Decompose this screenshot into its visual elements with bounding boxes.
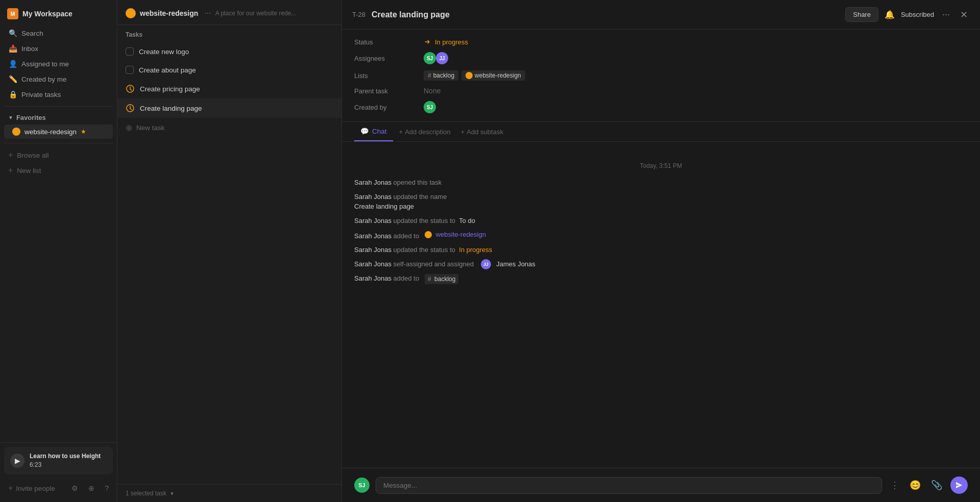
lists-field: Lists # backlog website-redesign [354,70,968,81]
activity-item-4: Sarah Jonas added to website-redesign [354,230,968,241]
invite-label: Invite people [16,485,55,492]
james-avatar: JJ [481,259,491,269]
task-checkbox-2[interactable] [126,66,134,74]
sidebar-bottom: ▶ Learn how to use Height 6:23 + Invite … [0,442,117,502]
sidebar-item-created[interactable]: ✏️ Created by me [4,71,113,87]
close-button[interactable]: ✕ [958,9,970,20]
plus-icon: + [8,150,13,160]
learn-duration: 6:23 [30,461,41,468]
learn-title: Learn how to use Height [30,452,101,461]
parent-task-label: Parent task [354,87,415,95]
learn-card[interactable]: ▶ Learn how to use Height 6:23 [4,447,113,474]
lists-value: # backlog website-redesign [424,70,525,81]
current-user-avatar: SJ [354,478,370,493]
browse-label: Browse all [17,152,48,159]
list-tag-backlog[interactable]: # backlog [424,70,458,81]
detail-more-button[interactable]: ··· [940,9,952,20]
list-tag-name2: website-redesign [475,72,521,79]
send-button[interactable] [950,476,968,494]
list-header: website-redesign ··· A place for our web… [117,0,341,25]
browse-all-button[interactable]: + Browse all [4,147,113,163]
created-icon: ✏️ [8,74,17,84]
created-by-label: Created by [354,104,415,111]
sidebar-item-search[interactable]: 🔍 Search [4,26,113,41]
list-panel: website-redesign ··· A place for our web… [117,0,342,502]
private-icon: 🔒 [8,90,17,99]
sidebar-nav: 🔍 Search 📥 Inbox 👤 Assigned to me ✏️ Cre… [0,23,117,180]
more-message-options[interactable]: ⋮ [888,478,901,493]
assigned-icon: 👤 [8,59,17,68]
creator-avatar: SJ [424,101,436,113]
new-task-button[interactable]: ⊕ New task [117,118,341,138]
tasks-section-header: Tasks [117,25,341,42]
status-text: In progress [435,38,468,46]
assignees-label: Assignees [354,55,415,62]
play-icon: ▶ [10,454,24,468]
sidebar-item-assigned[interactable]: 👤 Assigned to me [4,56,113,71]
task-fields: Status In progress Assignees SJ JJ Lists… [342,30,980,122]
assignees-field: Assignees SJ JJ [354,52,968,64]
message-input[interactable] [376,477,882,494]
list-description: A place for our website rede... [215,10,333,17]
task-name-4: Create landing page [140,105,202,112]
website-redesign-ref: website-redesign [425,230,486,240]
activity-item-6: Sarah Jonas self-assigned and assigned J… [354,259,968,270]
subscribed-badge[interactable]: Subscribed [901,11,934,18]
divider [4,106,113,107]
invite-people-button[interactable]: + Invite people [4,481,67,496]
status-label: Status [354,38,415,46]
list-title: website-redesign [140,9,198,17]
new-window-button[interactable]: ⊕ [84,481,99,495]
task-checkbox-1[interactable] [126,47,134,56]
status-value[interactable]: In progress [424,38,468,46]
search-icon: 🔍 [8,29,17,38]
hash-icon: # [428,72,431,79]
task-item-2[interactable]: Create about page [117,61,341,79]
emoji-button[interactable]: 😊 [908,478,923,493]
inbox-label: Inbox [21,45,38,53]
add-description-tab[interactable]: + Add description [395,123,455,141]
assignee-sj: SJ [424,52,436,64]
task-item-3[interactable]: Create pricing page [117,79,341,98]
workspace-header: M My Workspace [0,0,117,23]
plus-icon3: + [8,484,13,493]
chevron-down-icon: ▼ [169,491,175,496]
workspace-name: My Workspace [22,10,72,18]
new-list-label: New list [17,167,41,174]
task-item-4[interactable]: Create landing page [117,98,341,118]
task-name-2: Create about page [139,66,196,74]
settings-button[interactable]: ⚙ [67,481,82,495]
sidebar-item-website-redesign[interactable]: website-redesign ★ [4,124,113,139]
assignees-value[interactable]: SJ JJ [424,52,445,64]
more-options-button[interactable]: ··· [204,9,211,18]
message-area: SJ ⋮ 😊 📎 [342,468,980,502]
status-arrow-icon [424,38,432,46]
list-tag-website[interactable]: website-redesign [461,70,525,81]
new-list-button[interactable]: + New list [4,163,113,178]
selected-count-bar[interactable]: 1 selected task ▼ [117,484,341,502]
detail-header: T-28 Create landing page Share 🔔 Subscri… [342,0,980,30]
share-button[interactable]: Share [845,7,878,22]
activity-item-2: Sarah Jonas updated the name Create land… [354,192,968,212]
task-status-icon-3 [126,84,135,93]
list-project-icon [465,72,473,79]
tab-chat[interactable]: 💬 Chat [354,122,393,141]
task-name-3: Create pricing page [140,85,200,93]
favorites-header[interactable]: ▼ Favorites [4,111,113,124]
sidebar-item-inbox[interactable]: 📥 Inbox [4,41,113,56]
sidebar-item-private[interactable]: 🔒 Private tasks [4,87,113,102]
task-name-1: Create new logo [139,48,189,56]
bell-icon[interactable]: 🔔 [885,10,895,19]
sidebar: M My Workspace 🔍 Search 📥 Inbox 👤 Assign… [0,0,117,502]
parent-task-field: Parent task None [354,87,968,95]
learn-text: Learn how to use Height 6:23 [30,452,101,469]
search-label: Search [21,30,43,37]
add-subtask-tab[interactable]: + Add subtask [457,123,507,141]
help-button[interactable]: ? [101,481,113,495]
task-item-1[interactable]: Create new logo [117,42,341,61]
attachment-button[interactable]: 📎 [929,478,944,493]
detail-tabs: 💬 Chat + Add description + Add subtask [342,122,980,142]
lists-label: Lists [354,72,415,80]
detail-panel: T-28 Create landing page Share 🔔 Subscri… [342,0,980,502]
send-icon [955,482,963,489]
